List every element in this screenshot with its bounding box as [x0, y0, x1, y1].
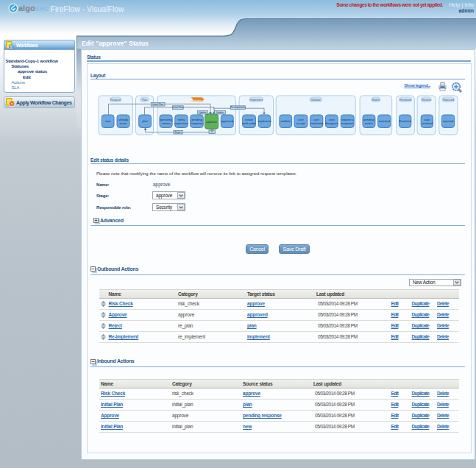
svg-text:exists: exists [119, 121, 127, 125]
svg-text:match: match [365, 121, 373, 125]
svg-text:Reject: Reject [175, 131, 182, 134]
svg-text:requestors: requestors [174, 121, 188, 125]
svg-text:Validate: Validate [310, 99, 320, 102]
svg-text:Implement: Implement [249, 99, 263, 102]
svg-text:response: response [341, 121, 354, 125]
svg-text:matched: matched [379, 119, 390, 123]
svg-text:Request: Request [110, 99, 121, 102]
svg-text:confirmed: confirmed [310, 121, 323, 125]
svg-text:Re-Implement: Re-Implement [230, 106, 245, 109]
svg-text:new: new [105, 119, 110, 123]
svg-text:approved: approved [221, 119, 233, 123]
svg-text:Rejected: Rejected [443, 99, 454, 102]
svg-text:approve: approve [206, 120, 217, 124]
svg-text:Update: Update [199, 111, 207, 114]
svg-text:review: review [162, 121, 171, 125]
svg-text:Review: Review [422, 99, 431, 102]
svg-text:Approve: Approve [191, 99, 202, 102]
svg-text:Resolved: Resolved [399, 119, 411, 123]
svg-text:validate: validate [280, 119, 291, 123]
svg-text:rejected: rejected [443, 119, 453, 123]
svg-text:work order: work order [242, 121, 257, 125]
svg-text:Resolved: Resolved [399, 99, 411, 102]
svg-text:implement: implement [257, 119, 271, 123]
svg-text:Match: Match [372, 99, 380, 102]
svg-text:Update: Update [216, 111, 224, 114]
svg-text:Initial Plan: Initial Plan [173, 106, 184, 109]
svg-text:response: response [191, 121, 203, 125]
svg-text:disagrees: disagrees [325, 121, 338, 125]
svg-text:resolved: resolved [422, 121, 433, 125]
svg-text:plan: plan [142, 119, 148, 123]
svg-text:Plan: Plan [142, 99, 148, 102]
svg-text:Initial Plan: Initial Plan [152, 103, 163, 106]
svg-text:accept: accept [296, 121, 306, 125]
